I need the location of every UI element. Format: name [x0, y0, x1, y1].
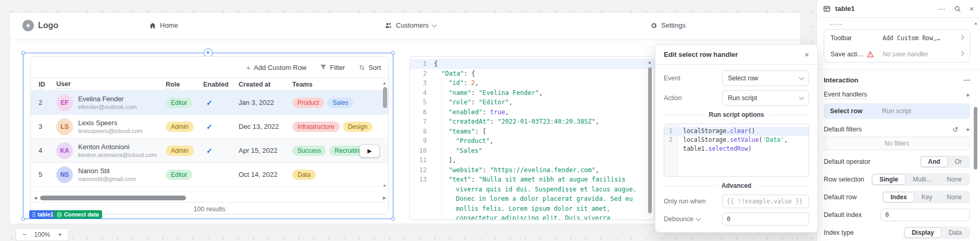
canvas-zoom-control: − 100% + — [16, 228, 69, 241]
segment-option[interactable]: Single — [872, 174, 905, 185]
reset-filters-icon[interactable]: ↺ — [952, 126, 958, 133]
connect-data-button[interactable]: Connect data — [54, 210, 102, 219]
role-badge: Admin — [166, 122, 194, 132]
resize-handle-bottom-left[interactable] — [21, 217, 25, 221]
search-icon[interactable] — [954, 5, 961, 13]
code-token: "Data" — [441, 70, 464, 77]
event-select-value: Select row — [728, 75, 758, 82]
vscroll-up-icon[interactable]: ▲ — [382, 81, 387, 86]
play-button[interactable]: ▶ — [359, 144, 380, 158]
hscroll-left-icon[interactable]: ◀ — [34, 196, 37, 200]
code-token: : — [471, 176, 478, 183]
add-filter-button[interactable]: + — [965, 126, 970, 133]
table-row[interactable]: 4KAKenton Antonionikenton.antonioni@iclo… — [31, 139, 388, 163]
table-row[interactable]: 2EFEvelina Fenderefender@outlook.comEdit… — [31, 91, 388, 115]
code-line: 2localStorage.setValue('Data', — [664, 136, 809, 144]
column-header-enabled[interactable]: Enabled — [203, 81, 239, 88]
code-token: { — [434, 60, 438, 67]
vscroll-down-icon[interactable]: ▼ — [382, 184, 387, 188]
only-run-when-input[interactable] — [722, 195, 809, 208]
cell-created-at: Dec 13, 2022 — [239, 123, 292, 130]
nav-item-home[interactable]: Home — [149, 21, 178, 29]
debounce-label[interactable]: Debounce — [664, 215, 722, 223]
segment-option[interactable]: None — [939, 192, 969, 202]
panel-scrollbar[interactable] — [974, 107, 977, 170]
zoom-in-button[interactable]: + — [58, 231, 62, 238]
more-menu-icon[interactable]: ⋯ — [938, 5, 946, 13]
filter-label: Filter — [330, 64, 345, 71]
segment-option[interactable]: Key — [914, 192, 940, 202]
avatar: EF — [56, 94, 73, 111]
code-lines: 1{2"Data": {3"id": 2,4"name": "Evelina F… — [410, 59, 654, 220]
event-label: Event — [664, 75, 722, 82]
nav-item-customers[interactable]: Customers — [384, 21, 436, 29]
horizontal-scrollbar[interactable] — [40, 196, 186, 200]
code-token: "id" — [449, 79, 464, 87]
home-icon — [149, 22, 156, 29]
filter-button[interactable]: Filter — [320, 64, 345, 71]
code-token: selectedRow — [708, 145, 748, 152]
json-code-viewer[interactable]: 1{2"Data": {3"id": 2,4"name": "Evelina F… — [410, 56, 654, 220]
line-text: consectetur adipiscing elit. Duis viverr… — [434, 213, 610, 220]
segment-option[interactable]: Data — [941, 227, 969, 238]
column-header-role[interactable]: Role — [166, 81, 203, 88]
close-icon[interactable]: × — [804, 50, 809, 59]
debounce-input[interactable] — [722, 212, 809, 226]
cell-user: KAKenton Antonionikenton.antonioni@iclou… — [56, 142, 166, 159]
action-select[interactable]: Run script — [722, 90, 809, 106]
script-editor[interactable]: 1localStorage.clear()2localStorage.setVa… — [664, 124, 809, 177]
add-custom-row-button[interactable]: + Add Custom Row — [246, 63, 306, 72]
zoom-out-button[interactable]: − — [22, 231, 27, 238]
vertical-scrollbar[interactable] — [383, 87, 387, 108]
event-handler-row[interactable]: Select row Run script — [824, 103, 970, 119]
line-text: Donec in lorem a dolor placerat gravida.… — [434, 194, 633, 204]
code-line: viverra quis id dui. Suspendisse et lacu… — [410, 185, 654, 195]
line-text: "Product", — [434, 136, 493, 146]
column-header-teams[interactable]: Teams — [292, 81, 381, 88]
segment-option[interactable]: And — [921, 156, 947, 167]
resize-handle-bottom-right[interactable] — [391, 217, 395, 221]
component-tag-table1[interactable]: table1 — [29, 210, 56, 219]
code-token: "https://evelina.fender.com" — [490, 166, 595, 174]
segment-option[interactable]: Multi… — [905, 174, 939, 185]
modal-title-bar: Edit select row handler × — [655, 45, 817, 65]
toolbar-setting-row[interactable]: Toolbar Add Custom Row,… — [824, 30, 970, 46]
add-event-handler-button[interactable]: + — [965, 91, 970, 99]
resize-handle-top-left[interactable] — [21, 51, 25, 55]
editor-scroll-up-icon[interactable]: ▲ — [648, 61, 652, 65]
close-panel-icon[interactable]: × — [970, 5, 974, 13]
interaction-menu-icon[interactable]: ⋯ — [963, 76, 970, 84]
save-actions-setting-row[interactable]: Save acti… No save handler — [824, 46, 970, 62]
table1-component[interactable]: + Add Custom Row Filter Sort ID User Rol… — [30, 56, 389, 214]
code-token: : [ — [475, 128, 487, 135]
app-logo[interactable]: ★ Logo — [22, 20, 58, 31]
segment-option[interactable]: Or — [948, 156, 969, 167]
panel-scroll-up-icon[interactable]: ▲ — [974, 21, 978, 26]
line-number: 12 — [410, 165, 434, 175]
hscroll-right-icon[interactable]: ▶ — [383, 196, 386, 200]
editor-scrollbar[interactable] — [648, 67, 652, 213]
chevron-down-icon — [431, 22, 437, 27]
default-index-label: Default index — [824, 211, 862, 219]
action-label: Action — [664, 94, 722, 102]
default-index-input[interactable] — [880, 209, 970, 221]
table-row[interactable]: 3LSLexis Speerslexisspeers@icloud.comAdm… — [31, 115, 388, 139]
role-badge: Editor — [166, 170, 192, 180]
column-header-created-at[interactable]: Created at — [239, 81, 292, 88]
event-select[interactable]: Select row — [722, 70, 809, 86]
table-row[interactable]: 5NSNanon Stitnanonstit@gmail.comEditorOc… — [31, 163, 388, 187]
index-type-label: Index type — [824, 229, 854, 236]
cell-id: 3 — [31, 123, 56, 130]
nav-item-settings[interactable]: Settings — [650, 21, 686, 29]
line-number: 11 — [410, 155, 434, 165]
column-header-user[interactable]: User — [56, 80, 166, 89]
segment-option[interactable]: Index — [883, 192, 914, 202]
sort-button[interactable]: Sort — [358, 64, 381, 71]
resize-handle-top-right[interactable] — [391, 51, 395, 55]
no-filters-box: No filters — [824, 137, 970, 150]
segment-option[interactable]: Display — [904, 227, 941, 238]
segment-option[interactable]: None — [939, 174, 969, 185]
team-badge: Infrastructure — [292, 122, 340, 132]
code-token: . — [726, 136, 730, 143]
column-header-id[interactable]: ID — [31, 81, 56, 88]
